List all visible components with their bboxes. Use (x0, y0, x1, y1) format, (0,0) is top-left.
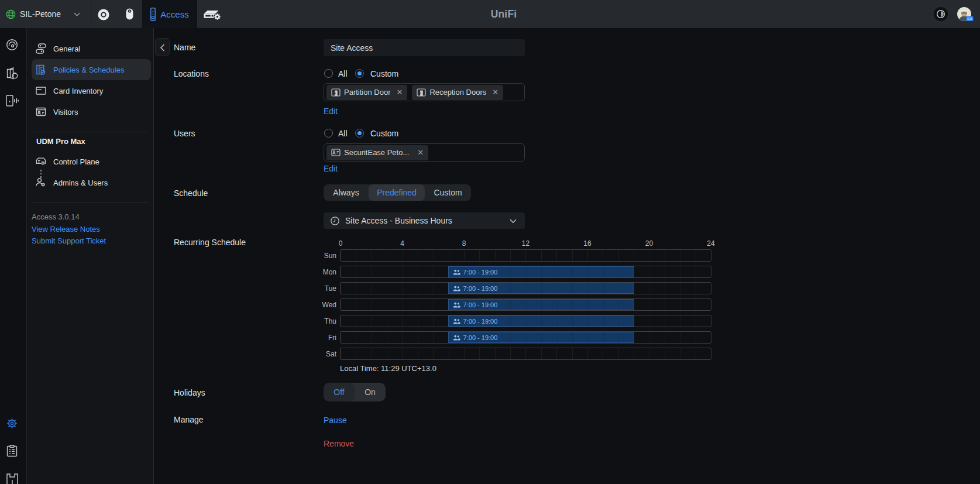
svg-text:EA: EA (967, 17, 972, 20)
